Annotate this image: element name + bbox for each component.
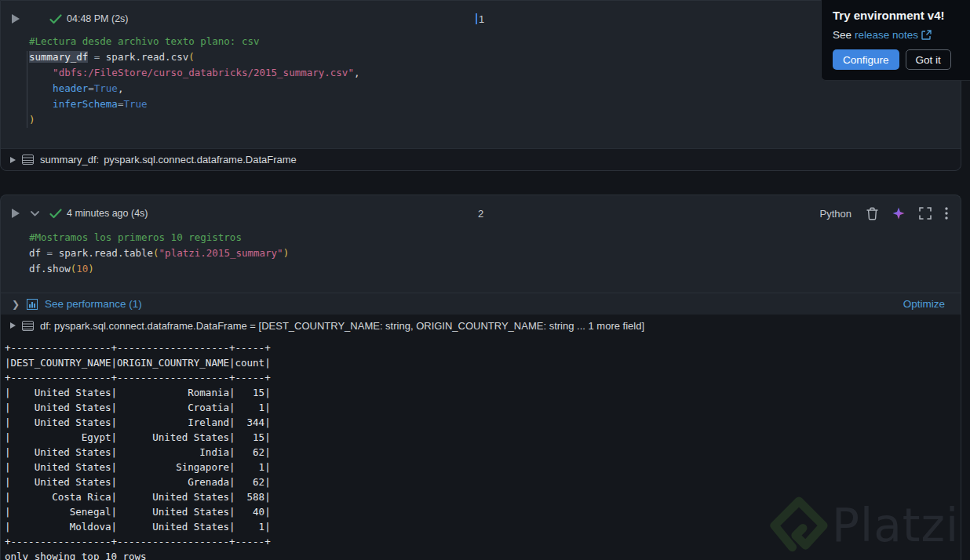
cell2-header: 4 minutes ago (4s) 2 Python [1, 202, 961, 225]
output-footer-note: only showing top 10 rows [5, 549, 961, 560]
chevron-right-icon[interactable]: ❯ [12, 299, 20, 310]
delete-cell-button[interactable] [866, 207, 878, 220]
assistant-sparkle-icon[interactable] [892, 206, 906, 220]
cell2-toolbar: Python [820, 202, 948, 225]
cell2-result-text: df: pyspark.sql.connect.dataframe.DataFr… [40, 320, 644, 332]
cell2-run-timestamp: 4 minutes ago (4s) [67, 202, 148, 225]
dataframe-icon [22, 155, 34, 165]
popup-title: Try environment v4! [833, 9, 959, 22]
cell1-result-text: summary_df:pyspark.sql.connect.dataframe… [40, 154, 297, 165]
configure-button[interactable]: Configure [833, 49, 899, 70]
success-check-icon [49, 7, 62, 31]
fullscreen-icon[interactable] [919, 207, 932, 220]
popup-release-line: See release notes [833, 29, 959, 41]
play-icon [12, 14, 20, 24]
performance-row: ❯ See performance (1) Optimize [1, 293, 961, 315]
cell2-output-section: df: pyspark.sql.connect.dataframe.DataFr… [1, 315, 961, 560]
environment-popup: Try environment v4! See release notes Co… [821, 0, 970, 81]
popup-buttons: Configure Got it [833, 49, 959, 70]
release-notes-link[interactable]: release notes [855, 29, 918, 41]
notebook-cell-2: 4 minutes ago (4s) 2 Python #Mostramos l [0, 195, 961, 560]
cell2-number: 2 [478, 202, 483, 225]
dataframe-icon [22, 321, 34, 331]
cell1-header: 04:48 PM (2s) 1 [1, 7, 961, 31]
cell1-number: 1 [476, 7, 484, 31]
play-icon [12, 209, 20, 218]
external-link-icon [921, 30, 932, 40]
cell2-code-editor[interactable]: #Mostramos los primeros 10 registrosdf =… [29, 230, 289, 277]
disclosure-triangle-icon[interactable] [10, 157, 16, 163]
got-it-button[interactable]: Got it [906, 49, 951, 70]
run-cell-button[interactable] [12, 7, 20, 31]
indent-guide [27, 51, 27, 128]
cell1-run-timestamp: 04:48 PM (2s) [67, 7, 129, 31]
notebook-cell-1: 04:48 PM (2s) 1 #Lectura desde archivo t… [0, 0, 961, 171]
cell2-variable-result-row[interactable]: df: pyspark.sql.connect.dataframe.DataFr… [1, 315, 961, 336]
cell1-code-editor[interactable]: #Lectura desde archivo texto plano: csvs… [29, 34, 359, 128]
trash-icon [866, 207, 878, 220]
success-check-icon [49, 202, 62, 225]
text-cursor [476, 13, 477, 24]
optimize-link[interactable]: Optimize [903, 298, 945, 310]
cell-output-table: +-----------------+-------------------+-… [5, 340, 961, 549]
see-performance-link[interactable]: See performance (1) [45, 298, 142, 310]
kebab-menu-icon[interactable] [945, 207, 948, 220]
cell1-variable-result-row[interactable]: summary_df:pyspark.sql.connect.dataframe… [1, 148, 961, 170]
bar-chart-icon [27, 299, 38, 310]
language-selector[interactable]: Python [820, 208, 851, 220]
run-options-dropdown[interactable] [31, 202, 39, 225]
run-cell-button[interactable] [12, 202, 20, 225]
disclosure-triangle-icon[interactable] [10, 322, 16, 329]
